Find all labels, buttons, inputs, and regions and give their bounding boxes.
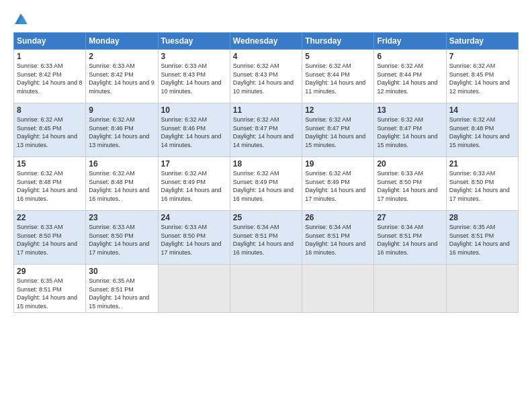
calendar-cell: 11 Sunrise: 6:32 AMSunset: 8:47 PMDaylig… xyxy=(230,103,302,157)
calendar-cell: 29 Sunrise: 6:35 AMSunset: 8:51 PMDaylig… xyxy=(14,265,86,313)
calendar-cell xyxy=(302,265,374,313)
day-info: Sunrise: 6:32 AMSunset: 8:47 PMDaylight:… xyxy=(377,116,437,148)
calendar-cell: 14 Sunrise: 6:32 AMSunset: 8:48 PMDaylig… xyxy=(446,103,518,157)
calendar-cell: 30 Sunrise: 6:35 AMSunset: 8:51 PMDaylig… xyxy=(86,265,158,313)
day-number: 24 xyxy=(161,213,227,222)
calendar-cell: 23 Sunrise: 6:33 AMSunset: 8:50 PMDaylig… xyxy=(86,211,158,265)
day-info: Sunrise: 6:32 AMSunset: 8:49 PMDaylight:… xyxy=(161,170,222,202)
day-number: 8 xyxy=(17,105,83,115)
day-info: Sunrise: 6:35 AMSunset: 8:51 PMDaylight:… xyxy=(89,277,149,310)
day-info: Sunrise: 6:35 AMSunset: 8:51 PMDaylight:… xyxy=(17,277,77,310)
calendar-cell: 3 Sunrise: 6:33 AMSunset: 8:43 PMDayligh… xyxy=(158,50,230,103)
page-header xyxy=(13,12,519,27)
day-info: Sunrise: 6:33 AMSunset: 8:42 PMDaylight:… xyxy=(17,62,83,95)
day-number: 16 xyxy=(89,159,154,169)
calendar-cell: 19 Sunrise: 6:32 AMSunset: 8:49 PMDaylig… xyxy=(302,157,374,211)
day-info: Sunrise: 6:33 AMSunset: 8:50 PMDaylight:… xyxy=(89,224,149,256)
calendar-cell: 21 Sunrise: 6:33 AMSunset: 8:50 PMDaylig… xyxy=(446,157,518,211)
day-number: 12 xyxy=(305,105,371,115)
calendar-cell: 8 Sunrise: 6:32 AMSunset: 8:45 PMDayligh… xyxy=(14,103,86,157)
day-info: Sunrise: 6:32 AMSunset: 8:47 PMDaylight:… xyxy=(233,116,294,148)
calendar-cell xyxy=(230,265,302,313)
day-info: Sunrise: 6:34 AMSunset: 8:51 PMDaylight:… xyxy=(305,224,365,256)
day-number: 13 xyxy=(377,105,443,115)
day-info: Sunrise: 6:35 AMSunset: 8:51 PMDaylight:… xyxy=(449,224,510,256)
calendar-cell: 16 Sunrise: 6:32 AMSunset: 8:48 PMDaylig… xyxy=(86,157,158,211)
day-info: Sunrise: 6:33 AMSunset: 8:43 PMDaylight:… xyxy=(161,62,222,95)
day-info: Sunrise: 6:32 AMSunset: 8:45 PMDaylight:… xyxy=(449,62,510,95)
day-number: 23 xyxy=(89,213,154,222)
calendar-cell: 17 Sunrise: 6:32 AMSunset: 8:49 PMDaylig… xyxy=(158,157,230,211)
day-number: 20 xyxy=(377,159,443,169)
day-info: Sunrise: 6:32 AMSunset: 8:47 PMDaylight:… xyxy=(305,116,365,148)
day-info: Sunrise: 6:32 AMSunset: 8:44 PMDaylight:… xyxy=(377,62,437,95)
day-number: 27 xyxy=(377,213,443,222)
day-number: 7 xyxy=(449,52,515,61)
calendar-cell: 10 Sunrise: 6:32 AMSunset: 8:46 PMDaylig… xyxy=(158,103,230,157)
day-number: 6 xyxy=(377,52,443,61)
calendar-cell: 12 Sunrise: 6:32 AMSunset: 8:47 PMDaylig… xyxy=(302,103,374,157)
day-number: 5 xyxy=(305,52,371,61)
day-number: 26 xyxy=(305,213,371,222)
day-number: 18 xyxy=(233,159,299,169)
col-header-monday: Monday xyxy=(86,33,158,50)
calendar-cell: 2 Sunrise: 6:33 AMSunset: 8:42 PMDayligh… xyxy=(86,50,158,103)
calendar-cell xyxy=(374,265,446,313)
day-info: Sunrise: 6:32 AMSunset: 8:48 PMDaylight:… xyxy=(449,116,510,148)
day-number: 29 xyxy=(17,267,83,276)
day-info: Sunrise: 6:32 AMSunset: 8:43 PMDaylight:… xyxy=(233,62,294,95)
calendar-cell: 20 Sunrise: 6:33 AMSunset: 8:50 PMDaylig… xyxy=(374,157,446,211)
calendar-table: SundayMondayTuesdayWednesdayThursdayFrid… xyxy=(13,32,519,313)
day-info: Sunrise: 6:34 AMSunset: 8:51 PMDaylight:… xyxy=(233,224,294,256)
calendar-cell: 7 Sunrise: 6:32 AMSunset: 8:45 PMDayligh… xyxy=(446,50,518,103)
day-info: Sunrise: 6:32 AMSunset: 8:46 PMDaylight:… xyxy=(89,116,149,148)
calendar-cell xyxy=(158,265,230,313)
day-number: 2 xyxy=(89,52,154,61)
calendar-cell: 18 Sunrise: 6:32 AMSunset: 8:49 PMDaylig… xyxy=(230,157,302,211)
col-header-saturday: Saturday xyxy=(446,33,518,50)
calendar-cell: 13 Sunrise: 6:32 AMSunset: 8:47 PMDaylig… xyxy=(374,103,446,157)
day-number: 28 xyxy=(449,213,515,222)
day-number: 19 xyxy=(305,159,371,169)
day-info: Sunrise: 6:34 AMSunset: 8:51 PMDaylight:… xyxy=(377,224,437,256)
logo xyxy=(13,12,31,27)
calendar-cell: 28 Sunrise: 6:35 AMSunset: 8:51 PMDaylig… xyxy=(446,211,518,265)
col-header-wednesday: Wednesday xyxy=(230,33,302,50)
day-info: Sunrise: 6:32 AMSunset: 8:48 PMDaylight:… xyxy=(89,170,149,202)
calendar-cell: 15 Sunrise: 6:32 AMSunset: 8:48 PMDaylig… xyxy=(14,157,86,211)
col-header-friday: Friday xyxy=(374,33,446,50)
day-number: 30 xyxy=(89,267,154,276)
calendar-cell: 26 Sunrise: 6:34 AMSunset: 8:51 PMDaylig… xyxy=(302,211,374,265)
day-number: 1 xyxy=(17,52,83,61)
calendar-cell: 6 Sunrise: 6:32 AMSunset: 8:44 PMDayligh… xyxy=(374,50,446,103)
day-info: Sunrise: 6:32 AMSunset: 8:49 PMDaylight:… xyxy=(305,170,365,202)
day-number: 4 xyxy=(233,52,299,61)
day-number: 21 xyxy=(449,159,515,169)
col-header-tuesday: Tuesday xyxy=(158,33,230,50)
day-info: Sunrise: 6:33 AMSunset: 8:50 PMDaylight:… xyxy=(449,170,510,202)
day-info: Sunrise: 6:32 AMSunset: 8:45 PMDaylight:… xyxy=(17,116,77,148)
day-number: 9 xyxy=(89,105,154,115)
day-number: 22 xyxy=(17,213,83,222)
day-info: Sunrise: 6:32 AMSunset: 8:46 PMDaylight:… xyxy=(161,116,222,148)
day-number: 15 xyxy=(17,159,83,169)
day-info: Sunrise: 6:32 AMSunset: 8:48 PMDaylight:… xyxy=(17,170,77,202)
day-info: Sunrise: 6:33 AMSunset: 8:50 PMDaylight:… xyxy=(377,170,437,202)
day-number: 10 xyxy=(161,105,227,115)
calendar-cell: 1 Sunrise: 6:33 AMSunset: 8:42 PMDayligh… xyxy=(14,50,86,103)
day-number: 14 xyxy=(449,105,515,115)
logo-icon xyxy=(13,12,28,27)
calendar-cell: 25 Sunrise: 6:34 AMSunset: 8:51 PMDaylig… xyxy=(230,211,302,265)
col-header-thursday: Thursday xyxy=(302,33,374,50)
day-info: Sunrise: 6:33 AMSunset: 8:42 PMDaylight:… xyxy=(89,62,154,95)
col-header-sunday: Sunday xyxy=(14,33,86,50)
calendar-cell: 27 Sunrise: 6:34 AMSunset: 8:51 PMDaylig… xyxy=(374,211,446,265)
day-number: 11 xyxy=(233,105,299,115)
day-info: Sunrise: 6:32 AMSunset: 8:49 PMDaylight:… xyxy=(233,170,294,202)
calendar-cell: 22 Sunrise: 6:33 AMSunset: 8:50 PMDaylig… xyxy=(14,211,86,265)
day-info: Sunrise: 6:32 AMSunset: 8:44 PMDaylight:… xyxy=(305,62,365,95)
calendar-cell: 4 Sunrise: 6:32 AMSunset: 8:43 PMDayligh… xyxy=(230,50,302,103)
calendar-cell xyxy=(446,265,518,313)
day-number: 25 xyxy=(233,213,299,222)
day-number: 17 xyxy=(161,159,227,169)
